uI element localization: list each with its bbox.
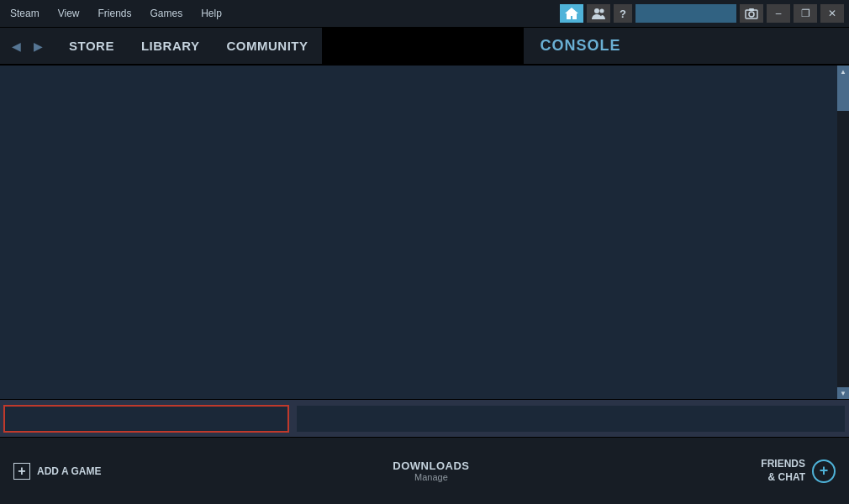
downloads-sub-label: Manage: [393, 472, 469, 482]
titlebar-left: Steam View Friends Games Help: [5, 4, 227, 23]
search-input[interactable]: [635, 4, 736, 23]
menu-steam[interactable]: Steam: [5, 4, 45, 23]
friends-chat-section[interactable]: FRIENDS& CHAT +: [761, 458, 836, 484]
add-game-label: ADD A GAME: [37, 465, 101, 477]
nav-library[interactable]: LIBRARY: [128, 27, 214, 65]
friends-chat-plus-icon: +: [812, 459, 836, 483]
nav-arrows: ◀ ▶: [7, 37, 47, 55]
main-content: ▲ ▼: [0, 66, 849, 399]
svg-point-0: [594, 8, 599, 13]
svg-rect-4: [749, 8, 754, 11]
nav-console[interactable]: CONSOLE: [524, 27, 638, 65]
forward-button[interactable]: ▶: [29, 37, 47, 55]
console-input-right-area: [296, 405, 846, 433]
menu-view[interactable]: View: [53, 4, 85, 23]
nav-community[interactable]: COMMUNITY: [214, 27, 322, 65]
titlebar-right: ? – ❐ ✕: [560, 4, 844, 23]
console-input[interactable]: [3, 405, 289, 433]
close-button[interactable]: ✕: [820, 4, 844, 23]
titlebar: Steam View Friends Games Help ?: [0, 0, 849, 28]
back-button[interactable]: ◀: [7, 37, 25, 55]
home-icon[interactable]: [560, 4, 583, 23]
scrollbar-track[interactable]: ▲ ▼: [837, 66, 849, 399]
menu-games[interactable]: Games: [145, 4, 188, 23]
help-icon[interactable]: ?: [614, 4, 632, 23]
console-input-area: [0, 399, 849, 437]
downloads-section[interactable]: DOWNLOADS Manage: [393, 459, 469, 482]
friends-icon[interactable]: [587, 4, 610, 23]
restore-button[interactable]: ❐: [794, 4, 817, 23]
minimize-button[interactable]: –: [767, 4, 790, 23]
bottom-bar: + ADD A GAME DOWNLOADS Manage FRIENDS& C…: [0, 437, 849, 504]
screenshot-icon[interactable]: [740, 4, 763, 23]
add-game-button[interactable]: + ADD A GAME: [13, 463, 101, 480]
downloads-label: DOWNLOADS: [393, 459, 469, 472]
menu-friends[interactable]: Friends: [92, 4, 136, 23]
navbar: ◀ ▶ STORE LIBRARY COMMUNITY CONSOLE: [0, 28, 849, 66]
plus-icon: +: [13, 463, 30, 480]
nav-active-tab[interactable]: [322, 27, 524, 65]
friends-chat-label: FRIENDS& CHAT: [761, 458, 805, 484]
scrollbar-down-arrow[interactable]: ▼: [837, 387, 849, 399]
scrollbar-thumb[interactable]: [837, 77, 849, 111]
nav-store[interactable]: STORE: [55, 27, 128, 65]
menu-help[interactable]: Help: [196, 4, 227, 23]
scrollbar-up-arrow[interactable]: ▲: [837, 66, 849, 77]
svg-point-1: [600, 9, 604, 13]
svg-point-3: [749, 12, 754, 17]
